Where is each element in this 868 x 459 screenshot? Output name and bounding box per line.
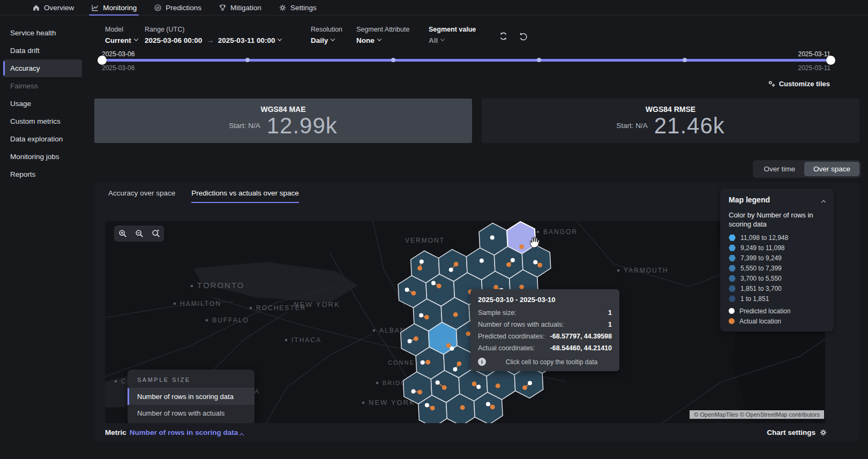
sidebar-item-data-exploration[interactable]: Data exploration — [3, 130, 82, 148]
toggle-over-time[interactable]: Over time — [754, 162, 804, 176]
tile-value: 21.46k — [654, 115, 725, 137]
map-canvas[interactable]: TORONTOHAMILTONROCHESTERNEW YORKBUFFALOI… — [105, 221, 825, 423]
tooltip-row-value: 1 — [608, 321, 612, 328]
hexagon-swatch-icon — [729, 285, 736, 292]
sidebar-item-fairness[interactable]: Fairness — [3, 77, 82, 95]
slider-end-label: 2025-03-11 — [798, 50, 831, 58]
map-label-ithaca: ITHACA — [291, 336, 321, 344]
metric-tiles: WGS84 MAEStart: N/A12.99kWGS84 RMSEStart… — [94, 99, 859, 143]
nav-item-mitigation[interactable]: Mitigation — [218, 0, 263, 15]
tooltip-row-label: Sample size: — [478, 309, 517, 317]
tooltip-row: Number of rows with actuals:1 — [478, 321, 612, 328]
legend-bin: 1 to 1,851 — [729, 295, 825, 303]
map-label-hamilton: HAMILTON — [180, 300, 221, 307]
legend-bin: 5,550 to 7,399 — [729, 265, 825, 272]
tooltip-hint: Click cell to copy the tooltip data — [491, 358, 612, 366]
slider-end-sublabel: 2025-03-11 — [798, 64, 831, 72]
resolution-select[interactable]: Daily — [311, 36, 342, 44]
refresh-button[interactable] — [497, 30, 509, 42]
gear-icon — [819, 428, 827, 437]
top-nav: OverviewMonitoring@PredictionsMitigation… — [0, 0, 868, 16]
legend-bin: 9,249 to 11,098 — [729, 244, 825, 252]
tile-title: WGS84 RMSE — [646, 105, 695, 114]
dot-swatch-icon — [729, 308, 735, 314]
slider-track[interactable] — [102, 59, 830, 62]
map-label-buffalo: BUFFALO — [212, 317, 249, 324]
tooltip-row: Sample size:1 — [478, 309, 612, 317]
metric-tile-wgs84-mae[interactable]: WGS84 MAEStart: N/A12.99k — [94, 99, 472, 143]
map-label-new-york: NEW YORK — [294, 300, 340, 308]
customize-tiles-button[interactable]: Customize tiles — [767, 80, 830, 88]
chevron-down-icon — [331, 36, 335, 41]
nav-item-predictions[interactable]: @Predictions — [153, 0, 203, 15]
tooltip-row-value: -68.54460, 44.21410 — [550, 344, 612, 352]
view-toggle: Over timeOver space — [753, 160, 861, 178]
map-label-vermont: VERMONT — [405, 237, 445, 244]
zoom-out-button[interactable] — [133, 228, 145, 239]
slider-handle-end[interactable] — [826, 56, 835, 65]
reset-button[interactable] — [517, 30, 529, 42]
sidebar-item-data-drift[interactable]: Data drift — [3, 42, 82, 59]
tooltip-row-value: -68.57797, 44.39598 — [550, 333, 612, 340]
sidebar-item-service-health[interactable]: Service health — [3, 24, 82, 42]
model-label: Model — [105, 26, 138, 33]
sidebar-item-monitoring-jobs[interactable]: Monitoring jobs — [3, 148, 82, 165]
chart-settings-button[interactable]: Chart settings — [767, 428, 827, 437]
dropdown-item-number-of-rows-in-scoring-data[interactable]: Number of rows in scoring data — [128, 388, 255, 405]
slider-start-label: 2025-03-06 — [102, 50, 134, 58]
sidebar-item-accuracy[interactable]: Accuracy — [3, 59, 82, 77]
slider-tick — [391, 58, 395, 62]
tooltip-row-label: Actual coordinates: — [478, 344, 535, 352]
map-attribution: © OpenMapTiles © OpenStreetMap contribut… — [690, 410, 824, 419]
segment-value-select[interactable]: All — [429, 36, 476, 44]
nav-item-settings[interactable]: Settings — [278, 0, 318, 15]
range-arrow-icon: → — [205, 36, 215, 44]
legend-bin: 3,700 to 5,550 — [729, 275, 825, 282]
sidebar-item-custom-metrics[interactable]: Custom metrics — [3, 112, 82, 130]
gear-icon — [279, 4, 287, 12]
map-legend-header[interactable]: Map legend — [729, 195, 825, 204]
info-icon: i — [478, 358, 486, 366]
tooltip-row: Predicted coordinates:-68.57797, 44.3959… — [478, 333, 612, 340]
hexagon-swatch-icon — [729, 245, 736, 251]
chevron-up-icon — [821, 200, 826, 205]
zoom-reset-button[interactable] — [150, 228, 162, 239]
tooltip-row-label: Number of rows with actuals: — [478, 321, 564, 328]
trophy-icon — [219, 4, 227, 12]
map-label-toronto: TORONTO — [197, 281, 244, 290]
segment-attribute-select[interactable]: None — [356, 36, 409, 44]
slider-handle-start[interactable] — [98, 56, 107, 65]
model-select[interactable]: Current — [105, 36, 138, 44]
tooltip-row: Actual coordinates:-68.54460, 44.21410 — [478, 344, 612, 352]
sidebar-item-usage[interactable]: Usage — [3, 95, 82, 112]
app-root: OverviewMonitoring@PredictionsMitigation… — [0, 0, 868, 459]
nav-item-monitoring[interactable]: Monitoring — [90, 0, 138, 15]
dropdown-item-number-of-rows-with-actuals[interactable]: Number of rows with actuals — [128, 405, 255, 422]
nav-item-overview[interactable]: Overview — [31, 0, 75, 15]
resolution-control: Resolution Daily — [311, 26, 342, 44]
slider-tick — [245, 58, 250, 62]
tab-accuracy-over-space[interactable]: Accuracy over space — [108, 189, 175, 203]
tooltip-date-range: 2025-03-10 - 2025-03-10 — [478, 296, 612, 304]
hexagon-swatch-icon — [729, 265, 736, 272]
resolution-label: Resolution — [311, 26, 342, 33]
chevron-down-icon — [377, 36, 381, 41]
slider-tick — [537, 58, 541, 62]
tab-predictions-vs-actuals-over-space[interactable]: Predictions vs actuals over space — [191, 189, 298, 203]
segment-attribute-label: Segment Attribute — [356, 26, 409, 33]
metric-tile-wgs84-rmse[interactable]: WGS84 RMSEStart: N/A21.46k — [482, 99, 859, 143]
legend-point-predicted-location: Predicted location — [729, 307, 825, 315]
tile-start-value: Start: N/A — [229, 122, 260, 130]
tile-value: 12.99k — [267, 115, 338, 137]
chart-footer: Metric Number of rows in scoring data Ch… — [105, 428, 827, 437]
legend-point-actual-location: Actual location — [729, 318, 825, 325]
metric-select[interactable]: Number of rows in scoring data — [130, 428, 244, 437]
slider-tick — [683, 58, 687, 62]
hex-tooltip[interactable]: 2025-03-10 - 2025-03-10 Sample size:1Num… — [470, 289, 619, 371]
toggle-over-space[interactable]: Over space — [804, 162, 859, 176]
sidebar-item-reports[interactable]: Reports — [3, 165, 82, 183]
range-select[interactable]: 2025-03-06 00:00 → 2025-03-11 00:00 — [145, 36, 281, 44]
range-label: Range (UTC) — [145, 26, 281, 33]
zoom-in-button[interactable] — [117, 228, 129, 239]
home-icon — [32, 4, 40, 12]
